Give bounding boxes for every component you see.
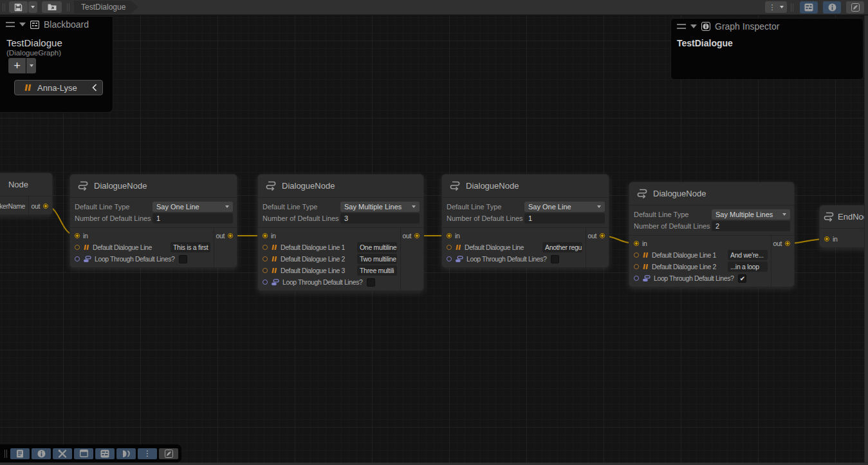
input-port[interactable]	[447, 233, 452, 238]
output-port[interactable]	[785, 241, 790, 246]
dialogue-node-4[interactable]: DialogueNodeDefault Line TypeSay Multipl…	[629, 182, 795, 287]
quote-icon	[24, 84, 32, 91]
num-lines-input[interactable]: 1	[524, 213, 605, 223]
hamburger-icon[interactable]	[677, 24, 686, 28]
hamburger-icon[interactable]	[6, 22, 15, 26]
bottom-info-button[interactable]	[32, 448, 51, 459]
output-port[interactable]	[43, 204, 48, 209]
input-port[interactable]	[75, 233, 80, 238]
add-variable-button[interactable]: +	[8, 58, 26, 73]
node-property-section: Default Line TypeSay Multiple LinesNumbe…	[258, 198, 423, 228]
node-title-label: EndNode	[838, 212, 868, 222]
dialogue-line-value-field[interactable]: Three multili	[357, 265, 397, 276]
dialogue-line-port[interactable]	[263, 268, 268, 273]
dialogue-line-value-field[interactable]: One multiline	[357, 242, 397, 252]
num-lines-input[interactable]: 1	[152, 213, 233, 223]
port-label: Loop Through Default Lines?	[95, 255, 174, 263]
blackboard-panel: Blackboard TestDialogue (DialogueGraph) …	[0, 16, 113, 113]
loop-port[interactable]	[447, 256, 452, 261]
toggle-blackboard-button[interactable]	[800, 1, 818, 14]
toolbar-separator	[67, 3, 69, 12]
save-button[interactable]	[9, 1, 28, 13]
num-lines-label: Number of Default Lines	[634, 222, 712, 230]
port-label: in	[455, 232, 459, 240]
bottom-more-button[interactable]: ⋮	[138, 448, 157, 459]
collapse-triangle-icon[interactable]	[19, 23, 26, 26]
save-dropdown-button[interactable]	[28, 1, 37, 13]
loop-port[interactable]	[634, 276, 639, 281]
bottom-blackboard-button[interactable]	[95, 448, 115, 459]
loop-checkbox[interactable]	[179, 255, 187, 263]
dialogue-line-value-field[interactable]: Two multiline	[357, 254, 397, 264]
dialogue-line-port[interactable]	[447, 245, 452, 250]
loop-icon	[271, 279, 279, 286]
add-variable-dropdown[interactable]	[26, 58, 36, 73]
dialogue-line-port[interactable]	[634, 252, 639, 258]
port-label: in	[83, 232, 88, 240]
graph-inspector-panel: Graph Inspector TestDialogue	[670, 18, 863, 80]
dialogue-line-value-field[interactable]: Another regu	[542, 242, 582, 252]
bottom-window-button[interactable]	[74, 448, 93, 459]
blackboard-variable-anna-lyse[interactable]: Anna-Lyse	[14, 80, 103, 95]
asset-breadcrumb-tab[interactable]: TestDialogue	[74, 1, 138, 14]
node-title-bar: DialogueNode	[70, 175, 237, 198]
dialogue-stack-icon	[636, 187, 649, 200]
node-title-bar: DialogueNode	[442, 175, 609, 198]
dialogue-line-port[interactable]	[263, 256, 268, 261]
bottom-preview-button[interactable]	[159, 448, 178, 459]
dialogue-line-value-field[interactable]: ...in a loop	[728, 261, 768, 272]
open-asset-button[interactable]	[42, 1, 62, 13]
dialogue-line-value-field[interactable]: This is a first	[171, 242, 210, 252]
output-port[interactable]	[414, 233, 420, 238]
quote-icon	[455, 245, 461, 250]
dialogue-node-2[interactable]: DialogueNodeDefault Line TypeSay Multipl…	[257, 174, 424, 291]
port-label: out	[403, 232, 411, 240]
start-node-partial[interactable]: NodekerNameout	[0, 173, 53, 215]
chevron-down-icon	[30, 64, 33, 67]
dialogue-node-3[interactable]: DialogueNodeDefault Line TypeSay One Lin…	[441, 174, 609, 268]
loop-port[interactable]	[75, 256, 80, 261]
collapse-triangle-icon[interactable]	[690, 24, 697, 28]
node-property-section: Default Line TypeSay One LineNumber of D…	[70, 198, 237, 228]
input-port[interactable]	[263, 233, 268, 238]
toolbar-more-button[interactable]: ⋮	[765, 1, 787, 13]
dialogue-line-port[interactable]	[634, 264, 639, 269]
right-edge-scrollbar[interactable]	[864, 15, 868, 462]
line-type-value: Say Multiple Lines	[344, 203, 402, 211]
num-lines-input[interactable]: 3	[340, 213, 420, 223]
bottom-dialogue-button[interactable]	[116, 448, 136, 459]
toggle-inspector-button[interactable]	[823, 1, 841, 14]
port-label: out	[773, 240, 782, 247]
num-lines-input[interactable]: 2	[712, 221, 790, 231]
chevron-down-icon	[780, 6, 784, 8]
output-port[interactable]	[600, 233, 605, 238]
line-type-dropdown[interactable]: Say One Line	[524, 202, 605, 212]
bottom-doc-button[interactable]	[10, 448, 30, 459]
toggle-preview-button[interactable]	[846, 1, 864, 14]
dialogue-line-port[interactable]	[263, 245, 268, 250]
loop-checkbox[interactable]	[367, 278, 375, 287]
loop-checkbox[interactable]	[551, 255, 559, 263]
line-type-label: Default Line Type	[447, 203, 524, 211]
dialogue-line-value-field[interactable]: And we're...	[728, 250, 768, 260]
dialogue-stack-icon	[264, 180, 277, 192]
node-port-section: kerNameout	[0, 196, 52, 214]
num-lines-value: 3	[344, 214, 348, 222]
node-title-bar: DialogueNode	[629, 182, 794, 205]
dialogue-node-1[interactable]: DialogueNodeDefault Line TypeSay One Lin…	[69, 174, 237, 268]
loop-checkbox[interactable]: ✔	[738, 274, 746, 283]
input-port[interactable]	[824, 236, 829, 242]
line-type-dropdown[interactable]: Say Multiple Lines	[340, 202, 420, 212]
toolbar-drag-handle[interactable]	[3, 3, 5, 12]
chevron-down-icon	[412, 205, 416, 208]
bottom-tools-button[interactable]	[53, 448, 72, 459]
line-type-dropdown[interactable]: Say Multiple Lines	[712, 209, 790, 220]
output-port[interactable]	[228, 233, 233, 238]
dialogue-line-port[interactable]	[75, 245, 80, 250]
loop-port[interactable]	[263, 280, 268, 285]
quote-icon	[83, 245, 89, 250]
end-node[interactable]: EndNodein	[819, 205, 868, 248]
line-type-dropdown[interactable]: Say One Line	[152, 202, 233, 212]
bottom-drag-handle[interactable]	[5, 450, 7, 458]
input-port[interactable]	[634, 241, 639, 246]
